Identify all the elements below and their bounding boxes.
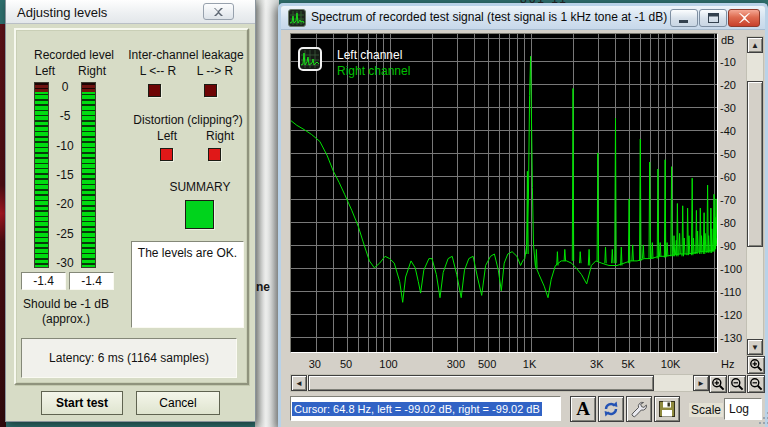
wrench-icon[interactable] xyxy=(626,396,652,422)
legend-right-channel: Right channel xyxy=(337,64,410,78)
save-icon[interactable] xyxy=(654,396,680,422)
spectrum-window: Spectrum of recorded test signal (test s… xyxy=(278,3,768,427)
zoom-in-vertical-icon[interactable] xyxy=(747,356,765,374)
target-level-hint: Should be -1 dB xyxy=(23,297,109,311)
app-spectrum-icon xyxy=(288,9,306,27)
meter-scale-label: 0 xyxy=(62,80,69,94)
font-button[interactable]: A xyxy=(570,396,596,422)
spectrum-window-title: Spectrum of recorded test signal (test s… xyxy=(311,10,667,24)
vertical-scrollbar[interactable]: ▲ ▼ xyxy=(746,36,764,356)
leakage-indicator-right xyxy=(204,84,217,97)
meter-scale-label: -30 xyxy=(56,256,73,270)
zoom-in-horizontal-icon[interactable] xyxy=(709,375,727,393)
leakage-rl-label: L --> R xyxy=(197,64,234,78)
meter-scale-label: -5 xyxy=(60,109,71,123)
freq-tick-label: 5K xyxy=(621,358,634,370)
db-tick-label: -60 xyxy=(720,171,736,183)
scroll-left-icon[interactable]: ◄ xyxy=(291,375,307,391)
dialog-title: Adjusting levels xyxy=(17,5,107,20)
meter-right-label: Right xyxy=(78,64,106,78)
freq-tick-label: 300 xyxy=(447,358,465,370)
background-text-fragment: ne xyxy=(256,280,270,294)
scale-label: Scale xyxy=(689,403,723,417)
maximize-icon[interactable] xyxy=(699,9,727,27)
legend-graph-icon[interactable] xyxy=(298,47,322,71)
legend-left-channel: Left channel xyxy=(337,48,402,62)
meter-left-headroom-cap xyxy=(35,83,48,92)
db-tick-label: -110 xyxy=(720,286,741,298)
db-tick-label: -80 xyxy=(720,217,736,229)
desktop: { "fragments": { "top": "861 11", "side"… xyxy=(0,0,768,427)
zoom-out-horizontal-icon[interactable] xyxy=(728,375,746,393)
level-meter-left xyxy=(34,82,49,268)
minimize-icon[interactable] xyxy=(670,9,698,27)
distortion-indicator-right xyxy=(208,148,221,161)
db-tick-label: -40 xyxy=(720,125,736,137)
zoom-out-vertical-icon[interactable] xyxy=(747,375,765,393)
meter-scale-label: -25 xyxy=(56,227,73,241)
cancel-button[interactable]: Cancel xyxy=(136,391,220,415)
meter-left-label: Left xyxy=(35,64,55,78)
freq-tick-label: 100 xyxy=(379,358,397,370)
distortion-indicator-left xyxy=(160,148,173,161)
freq-tick-label: 500 xyxy=(478,358,496,370)
freq-tick-label: 50 xyxy=(340,358,352,370)
spectrum-titlebar[interactable]: Spectrum of recorded test signal (test s… xyxy=(281,6,765,30)
distortion-right-label: Right xyxy=(206,129,234,143)
scroll-up-icon[interactable]: ▲ xyxy=(747,37,763,53)
horizontal-scroll-thumb[interactable] xyxy=(308,375,654,391)
db-tick-label: -50 xyxy=(720,148,736,160)
recorded-level-heading: Recorded level xyxy=(34,48,114,62)
leakage-heading: Inter-channel leakage xyxy=(128,48,243,62)
scroll-down-icon[interactable]: ▼ xyxy=(747,339,763,355)
freq-tick-label: 3K xyxy=(590,358,603,370)
resize-grip-icon[interactable] xyxy=(759,410,768,426)
db-tick-label: -120 xyxy=(720,309,742,321)
db-tick-label: -100 xyxy=(720,263,742,275)
freq-tick-label: 10K xyxy=(661,358,681,370)
db-axis-unit: dB xyxy=(721,34,734,46)
meter-scale-label: -20 xyxy=(56,197,73,211)
summary-heading: SUMMARY xyxy=(169,180,230,194)
scale-select[interactable]: Log xyxy=(724,398,762,420)
target-level-hint-2: (approx.) xyxy=(42,312,90,326)
scroll-right-icon[interactable]: ► xyxy=(693,375,709,391)
vertical-scroll-thumb[interactable] xyxy=(747,81,763,247)
summary-message-box: The levels are OK. xyxy=(131,241,244,328)
meter-right-headroom-cap xyxy=(82,83,95,92)
meter-scale-label: -15 xyxy=(56,168,73,182)
level-value-left: -1.4 xyxy=(21,272,66,290)
db-tick-label: -130 xyxy=(720,332,742,344)
spectrum-plot[interactable] xyxy=(290,33,718,353)
summary-indicator xyxy=(185,200,214,229)
close-icon[interactable] xyxy=(203,3,234,20)
adjusting-levels-window: Adjusting levels Recorded level Left Rig… xyxy=(5,0,256,422)
cursor-readout[interactable]: Cursor: 64.8 Hz, left = -99.02 dB, right… xyxy=(290,396,561,421)
meter-scale-label: -10 xyxy=(56,139,73,153)
horizontal-scrollbar[interactable]: ◄ ► xyxy=(290,374,710,392)
db-tick-label: -10 xyxy=(720,56,736,68)
close-icon[interactable] xyxy=(728,9,760,27)
level-value-right: -1.4 xyxy=(69,272,114,290)
db-tick-label: -90 xyxy=(720,240,736,252)
start-test-button[interactable]: Start test xyxy=(41,391,123,415)
background-window-sliver xyxy=(255,0,279,427)
level-meter-right xyxy=(81,82,96,268)
freq-axis-unit: Hz xyxy=(721,358,734,370)
freq-tick-label: 30 xyxy=(309,358,321,370)
db-tick-label: -30 xyxy=(720,102,736,114)
db-tick-label: -20 xyxy=(720,79,736,91)
distortion-heading: Distortion (clipping?) xyxy=(133,113,242,127)
distortion-left-label: Left xyxy=(157,129,177,143)
freq-tick-label: 1K xyxy=(523,358,536,370)
leakage-indicator-left xyxy=(148,84,161,97)
db-tick-label: -70 xyxy=(720,194,736,206)
dialog-titlebar[interactable]: Adjusting levels xyxy=(6,0,255,24)
leakage-lr-label: L <-- R xyxy=(140,64,177,78)
cursor-readout-text: Cursor: 64.8 Hz, left = -99.02 dB, right… xyxy=(292,402,542,416)
refresh-icon[interactable] xyxy=(598,396,624,422)
latency-readout: Latency: 6 ms (1164 samples) xyxy=(21,338,237,378)
